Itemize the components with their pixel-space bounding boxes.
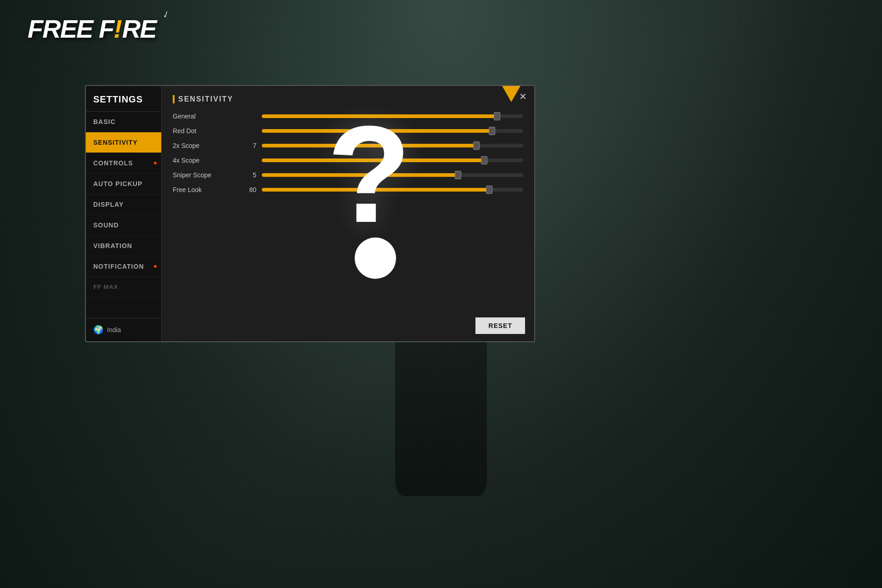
slider-track-fill [262,129,492,133]
sidebar-item-ff-max[interactable]: FF MAX [86,277,161,297]
slider-track[interactable] [262,129,523,133]
slider-value: 5 [238,171,256,179]
sidebar-item-notification[interactable]: NOTIFICATION [86,256,161,277]
slider-track-fill [262,114,497,118]
sidebar-item-display[interactable]: DISPLAY [86,194,161,215]
slider-track[interactable] [262,158,523,162]
slider-label: 2x Scope [173,142,232,149]
settings-modal: SETTINGS BASIC SENSITIVITY CONTROLS AUTO… [85,85,535,342]
slider-track-fill [262,158,484,162]
sidebar-item-vibration[interactable]: VIBRATION [86,236,161,256]
section-title-bar [173,95,175,103]
slider-label: General [173,113,232,120]
globe-icon: 🌍 [93,325,103,335]
sidebar-item-auto-pickup[interactable]: AUTO PICKUP [86,174,161,194]
sidebar-item-sound[interactable]: SOUND [86,215,161,236]
sidebar-item-controls[interactable]: CONTROLS [86,153,161,174]
region-label: India [107,326,121,334]
settings-sidebar: SETTINGS BASIC SENSITIVITY CONTROLS AUTO… [86,86,162,341]
slider-label: Free Look [173,186,232,193]
sidebar-item-basic[interactable]: BASIC [86,112,161,132]
controls-dot [154,162,157,164]
slider-row-sniper-scope: Sniper Scope5 [173,171,523,179]
reset-button[interactable]: RESET [475,317,525,334]
settings-title: SETTINGS [86,86,161,112]
slider-track[interactable] [262,114,523,118]
slider-handle[interactable] [473,141,480,150]
main-content: ✕ SENSITIVITY GeneralRed Dot2x Scope74x … [162,86,534,341]
logo-text-white: FREE F [28,14,113,44]
slider-row-general: General [173,113,523,120]
close-button[interactable]: ✕ [516,90,530,103]
slider-label: 4x Scope [173,157,232,164]
slider-handle[interactable] [489,127,495,135]
freefire-logo: FREE F!RE ✓ [28,14,156,44]
slider-row-free-look: Free Look80 [173,186,523,193]
birds-decoration: ʌ ʌ ʌ ʌ [737,18,790,28]
logo-fire-letter: ! [113,14,122,44]
logo-text-white2: RE [122,14,156,44]
slider-row-4x-scope: 4x Scope [173,157,523,164]
slider-value: 80 [238,186,256,193]
slider-handle[interactable] [481,156,487,164]
slider-track-fill [262,144,476,147]
slider-handle[interactable] [494,112,500,120]
slider-label: Sniper Scope [173,171,232,179]
sliders-container: GeneralRed Dot2x Scope74x ScopeSniper Sc… [173,113,523,193]
slider-track-fill [262,173,458,177]
section-title-container: SENSITIVITY [173,95,523,103]
slider-row-red-dot: Red Dot [173,127,523,135]
slider-track-fill [262,188,489,192]
question-mark-dot [355,237,396,279]
sidebar-item-sensitivity[interactable]: SENSITIVITY [86,132,161,153]
slider-handle[interactable] [486,186,492,194]
sidebar-footer: 🌍 India [86,318,161,341]
section-title-text: SENSITIVITY [178,95,233,103]
slider-track[interactable] [262,188,523,192]
slider-label: Red Dot [173,127,232,135]
slider-value: 7 [238,142,256,149]
notification-dot [154,265,157,268]
slider-handle[interactable] [455,171,461,179]
slider-track[interactable] [262,144,523,147]
slider-row-2x-scope: 2x Scope7 [173,142,523,149]
slider-track[interactable] [262,173,523,177]
